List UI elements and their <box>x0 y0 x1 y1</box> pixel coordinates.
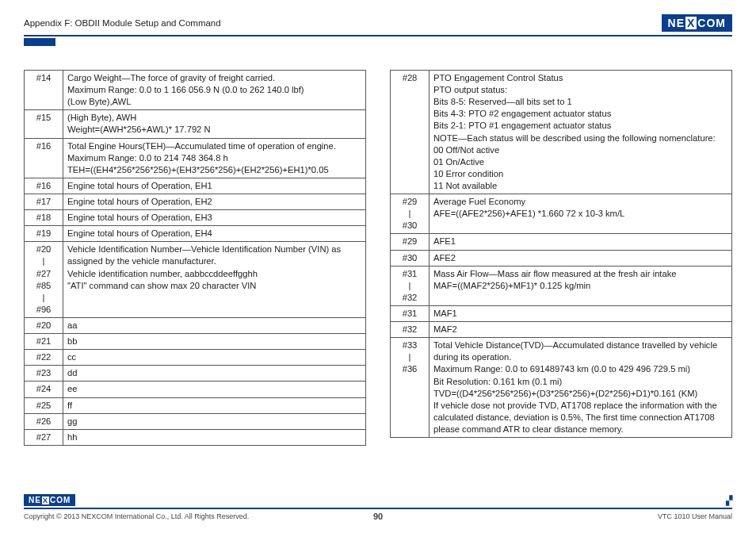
right-column: #28PTO Engagement Control Status PTO out… <box>390 70 732 446</box>
footer: NEXCOM ▞ Copyright © 2013 NEXCOM Interna… <box>24 494 732 520</box>
row-index: #23 <box>25 366 63 382</box>
row-desc: (High Byte), AWH Weight=(AWH*256+AWL)* 1… <box>63 110 366 138</box>
table-row: #23dd <box>25 366 366 382</box>
row-index: #31 <box>391 305 430 321</box>
row-index: #16 <box>25 138 63 178</box>
row-index: #20 | #27 #85 | #96 <box>25 242 63 318</box>
row-index: #24 <box>25 382 63 397</box>
row-desc: Mass Air Flow—Mass air flow measured at … <box>430 266 732 305</box>
brand-logo: NEXCOM <box>662 14 732 32</box>
row-desc: bb <box>63 334 366 350</box>
row-desc: MAF2 <box>430 322 732 338</box>
row-desc: Total Engine Hours(TEH)—Accumulated time… <box>63 138 366 178</box>
table-row: #26gg <box>25 413 366 429</box>
table-row: #25ff <box>25 397 366 413</box>
table-row: #16Total Engine Hours(TEH)—Accumulated t… <box>25 138 366 178</box>
table-row: #22cc <box>25 350 366 366</box>
row-desc: Total Vehicle Distance(TVD)—Accumulated … <box>430 338 732 438</box>
table-row: #17Engine total hours of Operation, EH2 <box>25 194 366 209</box>
row-desc: aa <box>63 317 366 333</box>
row-desc: PTO Engagement Control Status PTO output… <box>430 71 732 194</box>
table-row: #14Cargo Weight—The force of gravity of … <box>25 71 366 110</box>
row-index: #22 <box>25 350 63 366</box>
table-row: #20 | #27 #85 | #96Vehicle Identificatio… <box>25 242 366 318</box>
row-index: #30 <box>391 250 430 266</box>
row-desc: Engine total hours of Operation, EH4 <box>63 226 366 242</box>
copyright-text: Copyright © 2013 NEXCOM International Co… <box>24 512 249 520</box>
row-desc: hh <box>63 429 366 445</box>
row-desc: Engine total hours of Operation, EH1 <box>63 178 366 194</box>
manual-name: VTC 1010 User Manual <box>658 512 732 520</box>
row-desc: Engine total hours of Operation, EH2 <box>63 194 366 209</box>
row-index: #20 <box>25 317 63 333</box>
row-index: #15 <box>25 110 63 138</box>
table-row: #28PTO Engagement Control Status PTO out… <box>391 71 732 194</box>
header: Appendix F: OBDII Module Setup and Comma… <box>24 14 732 36</box>
row-index: #18 <box>25 210 63 226</box>
row-desc: Vehicle Identification Number—Vehicle Id… <box>63 242 366 318</box>
row-index: #27 <box>25 429 63 445</box>
header-title: Appendix F: OBDII Module Setup and Comma… <box>24 18 221 28</box>
row-desc: MAF1 <box>430 305 732 321</box>
blue-tab <box>24 38 55 46</box>
table-row: #29AFE1 <box>391 234 732 250</box>
table-row: #15(High Byte), AWH Weight=(AWH*256+AWL)… <box>25 110 366 138</box>
row-index: #28 <box>391 71 430 194</box>
table-row: #18Engine total hours of Operation, EH3 <box>25 210 366 226</box>
row-index: #25 <box>25 397 63 413</box>
row-index: #26 <box>25 413 63 429</box>
page-number: 90 <box>373 512 383 521</box>
content-columns: #14Cargo Weight—The force of gravity of … <box>24 70 732 446</box>
table-row: #19Engine total hours of Operation, EH4 <box>25 226 366 242</box>
row-desc: Engine total hours of Operation, EH3 <box>63 210 366 226</box>
left-column: #14Cargo Weight—The force of gravity of … <box>24 70 366 446</box>
row-desc: cc <box>63 350 366 366</box>
footer-logo: NEXCOM <box>24 494 75 506</box>
right-table: #28PTO Engagement Control Status PTO out… <box>390 70 732 438</box>
table-row: #32MAF2 <box>391 322 732 338</box>
row-index: #21 <box>25 334 63 350</box>
table-row: #16Engine total hours of Operation, EH1 <box>25 178 366 194</box>
left-table: #14Cargo Weight—The force of gravity of … <box>24 70 366 446</box>
row-index: #32 <box>391 322 430 338</box>
row-desc: dd <box>63 366 366 382</box>
table-row: #33 | #36Total Vehicle Distance(TVD)—Acc… <box>391 338 732 438</box>
row-index: #33 | #36 <box>391 338 430 438</box>
footer-square-icon: ▞ <box>726 496 732 506</box>
row-desc: Average Fuel Economy AFE=((AFE2*256)+AFE… <box>430 194 732 234</box>
table-row: #29 | #30Average Fuel Economy AFE=((AFE2… <box>391 194 732 234</box>
table-row: #31MAF1 <box>391 305 732 321</box>
row-index: #31 | #32 <box>391 266 430 305</box>
table-row: #27hh <box>25 429 366 445</box>
table-row: #20aa <box>25 317 366 333</box>
row-index: #19 <box>25 226 63 242</box>
row-desc: Cargo Weight—The force of gravity of fre… <box>63 71 366 110</box>
row-index: #29 <box>391 234 430 250</box>
row-index: #17 <box>25 194 63 209</box>
table-row: #21bb <box>25 334 366 350</box>
row-desc: gg <box>63 413 366 429</box>
row-desc: AFE2 <box>430 250 732 266</box>
row-index: #14 <box>25 71 63 110</box>
row-desc: AFE1 <box>430 234 732 250</box>
row-desc: ff <box>63 397 366 413</box>
table-row: #31 | #32Mass Air Flow—Mass air flow mea… <box>391 266 732 305</box>
row-index: #29 | #30 <box>391 194 430 234</box>
row-index: #16 <box>25 178 63 194</box>
row-desc: ee <box>63 382 366 397</box>
table-row: #30AFE2 <box>391 250 732 266</box>
table-row: #24ee <box>25 382 366 397</box>
